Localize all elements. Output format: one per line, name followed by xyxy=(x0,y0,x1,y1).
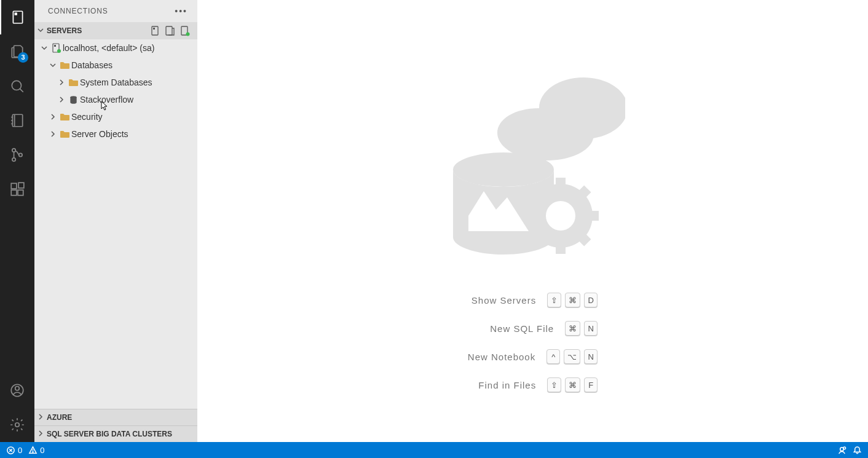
section-servers[interactable]: SERVERS xyxy=(34,22,197,39)
status-errors[interactable]: 0 xyxy=(6,446,22,455)
svg-rect-34 xyxy=(586,211,599,221)
chevron-right-icon xyxy=(57,79,66,86)
folder-icon xyxy=(58,130,71,138)
activity-explorer[interactable]: 3 xyxy=(0,34,34,69)
chevron-right-icon xyxy=(48,130,58,138)
tree-databases[interactable]: Databases xyxy=(34,57,197,74)
folder-icon xyxy=(58,61,71,69)
svg-rect-12 xyxy=(11,183,17,189)
database-icon xyxy=(66,95,80,105)
shortcut-keys: ⇧⌘D xyxy=(547,293,598,307)
keycap: ^ xyxy=(546,349,560,364)
panel-title: CONNECTIONS xyxy=(48,7,108,15)
keycap: ⌘ xyxy=(565,293,580,307)
chevron-right-icon xyxy=(57,96,66,103)
panel-more-icon[interactable]: ••• xyxy=(175,6,187,16)
section-azure[interactable]: AZURE xyxy=(34,409,197,425)
welcome-shortcuts: Show Servers⇧⌘DNew SQL File⌘NNew Noteboo… xyxy=(468,293,598,392)
activity-settings[interactable] xyxy=(0,408,34,442)
svg-point-43 xyxy=(843,446,846,449)
folder-icon xyxy=(58,113,71,121)
activity-account[interactable] xyxy=(0,373,34,408)
tree-security-label: Security xyxy=(71,112,103,122)
keycap: ⌥ xyxy=(564,349,580,364)
svg-point-9 xyxy=(12,149,15,152)
keycap: N xyxy=(584,349,598,364)
status-warnings[interactable]: 0 xyxy=(28,446,44,455)
svg-point-30 xyxy=(546,201,575,231)
activity-notebooks[interactable] xyxy=(0,103,34,138)
new-group-icon[interactable] xyxy=(163,23,178,38)
keycap: N xyxy=(584,321,598,336)
shortcut-label: New SQL File xyxy=(490,323,554,334)
shortcut-label: Find in Files xyxy=(478,380,536,390)
svg-rect-25 xyxy=(54,45,56,47)
new-connection-icon[interactable] xyxy=(148,23,163,38)
svg-rect-21 xyxy=(166,26,172,35)
keycap: F xyxy=(584,377,598,392)
chevron-down-icon xyxy=(37,26,44,36)
shortcut-row: Show Servers⇧⌘D xyxy=(468,293,598,307)
editor-area: Show Servers⇧⌘DNew SQL File⌘NNew Noteboo… xyxy=(197,0,868,442)
status-warnings-count: 0 xyxy=(40,446,44,455)
status-errors-count: 0 xyxy=(18,446,22,455)
tree-server-label: localhost, <default> (sa) xyxy=(63,43,154,53)
keycap: ⌘ xyxy=(565,377,580,392)
tree-databases-label: Databases xyxy=(71,60,112,70)
shortcut-row: New SQL File⌘N xyxy=(468,321,598,336)
servers-tree: localhost, <default> (sa) Databases Syst… xyxy=(34,39,197,409)
shortcut-keys: ^⌥N xyxy=(546,349,598,364)
svg-rect-13 xyxy=(11,190,17,195)
section-azure-label: AZURE xyxy=(47,413,72,422)
svg-rect-1 xyxy=(15,12,17,15)
keycap: ⇧ xyxy=(547,377,561,392)
tree-server-objects[interactable]: Server Objects xyxy=(34,125,197,143)
active-connections-icon[interactable] xyxy=(178,23,192,38)
chevron-right-icon xyxy=(48,113,58,120)
folder-icon xyxy=(66,78,80,87)
activity-search[interactable] xyxy=(0,69,34,103)
server-icon xyxy=(49,43,63,53)
panel-title-row: CONNECTIONS ••• xyxy=(34,0,197,22)
svg-rect-15 xyxy=(18,183,24,188)
svg-line-3 xyxy=(20,89,23,92)
svg-point-11 xyxy=(19,153,22,156)
tree-serverobjects-label: Server Objects xyxy=(71,129,128,139)
activity-connections[interactable] xyxy=(0,0,34,34)
svg-point-17 xyxy=(15,387,20,391)
section-servers-label: SERVERS xyxy=(47,26,82,35)
status-feedback-icon[interactable] xyxy=(837,446,846,455)
svg-point-10 xyxy=(12,158,15,161)
shortcut-label: New Notebook xyxy=(468,352,535,362)
welcome-logo xyxy=(441,50,625,259)
chevron-down-icon xyxy=(39,44,49,52)
status-bell-icon[interactable] xyxy=(853,446,862,455)
activity-source-control[interactable] xyxy=(0,138,34,172)
keycap: D xyxy=(584,293,598,307)
tree-security[interactable]: Security xyxy=(34,108,197,125)
tree-stackoverflow[interactable]: Stackoverflow xyxy=(34,91,197,108)
shortcut-keys: ⇧⌘F xyxy=(547,377,598,392)
chevron-down-icon xyxy=(48,61,58,69)
svg-point-26 xyxy=(57,49,61,53)
svg-rect-33 xyxy=(523,211,535,221)
keycap: ⌘ xyxy=(565,321,580,336)
svg-rect-14 xyxy=(18,190,23,195)
section-bigdata[interactable]: SQL SERVER BIG DATA CLUSTERS xyxy=(34,425,197,442)
shortcut-row: New Notebook^⌥N xyxy=(468,349,598,364)
svg-rect-20 xyxy=(153,28,155,30)
keycap: ⇧ xyxy=(547,293,561,307)
shortcut-label: Show Servers xyxy=(471,295,536,306)
activity-extensions[interactable] xyxy=(0,172,34,207)
tree-server[interactable]: localhost, <default> (sa) xyxy=(34,39,197,57)
connections-panel: CONNECTIONS ••• SERVERS localhost, <defa… xyxy=(34,0,197,442)
svg-rect-31 xyxy=(556,178,566,190)
chevron-right-icon xyxy=(37,430,44,439)
explorer-badge: 3 xyxy=(18,52,28,63)
svg-point-18 xyxy=(15,423,20,427)
svg-point-2 xyxy=(12,81,21,90)
chevron-right-icon xyxy=(37,413,44,422)
tree-stackoverflow-label: Stackoverflow xyxy=(80,95,133,105)
shortcut-keys: ⌘N xyxy=(565,321,598,336)
tree-system-databases[interactable]: System Databases xyxy=(34,74,197,91)
